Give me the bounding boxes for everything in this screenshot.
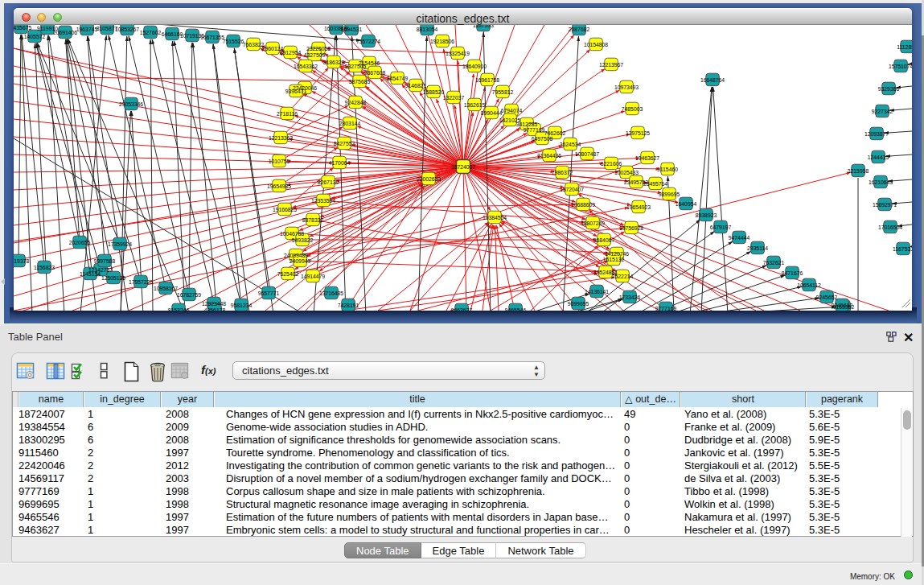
svg-text:9465546: 9465546 <box>505 307 527 311</box>
svg-text:9657771: 9657771 <box>258 290 280 296</box>
svg-text:12213363: 12213363 <box>269 135 293 141</box>
svg-text:2087682: 2087682 <box>569 27 590 32</box>
svg-text:5875685: 5875685 <box>349 79 371 84</box>
svg-text:13975125: 13975125 <box>626 130 650 136</box>
svg-text:9581234: 9581234 <box>231 303 253 308</box>
svg-text:7428191: 7428191 <box>338 303 359 308</box>
svg-text:6497508: 6497508 <box>532 136 553 142</box>
svg-text:19166825: 19166825 <box>273 207 297 212</box>
svg-text:18640910: 18640910 <box>462 64 487 69</box>
svg-text:9245612: 9245612 <box>832 303 853 308</box>
svg-text:1733426: 1733426 <box>619 295 641 300</box>
svg-text:2154546: 2154546 <box>359 60 380 66</box>
svg-text:1244415: 1244415 <box>868 154 889 160</box>
svg-text:9463627: 9463627 <box>451 307 473 311</box>
svg-text:9694531: 9694531 <box>341 27 363 32</box>
svg-text:8186328: 8186328 <box>323 60 345 65</box>
svg-text:4327509: 4327509 <box>304 52 326 58</box>
svg-text:9997588: 9997588 <box>94 258 116 264</box>
svg-text:10807487: 10807487 <box>575 151 599 157</box>
svg-text:29053346: 29053346 <box>119 101 143 107</box>
svg-text:10154808: 10154808 <box>584 42 608 47</box>
svg-text:8990444: 8990444 <box>481 110 503 116</box>
svg-text:1963745: 1963745 <box>76 27 98 32</box>
svg-text:24099489: 24099489 <box>284 253 308 258</box>
svg-text:10853267: 10853267 <box>115 27 139 32</box>
svg-text:2367608: 2367608 <box>364 70 386 76</box>
svg-text:1010755: 1010755 <box>269 159 290 164</box>
svg-text:1156823: 1156823 <box>34 265 55 270</box>
svg-text:12923448: 12923448 <box>202 301 226 307</box>
svg-text:1640954: 1640954 <box>676 201 697 207</box>
svg-text:1527602: 1527602 <box>140 30 162 35</box>
svg-text:12213967: 12213967 <box>599 62 623 68</box>
svg-text:1362615: 1362615 <box>464 102 486 108</box>
svg-text:16543362: 16543362 <box>294 64 318 69</box>
svg-text:8153246: 8153246 <box>168 307 190 311</box>
svg-text:17016504: 17016504 <box>878 225 902 230</box>
svg-text:16210643: 16210643 <box>869 179 893 185</box>
svg-text:14136141: 14136141 <box>585 289 609 295</box>
svg-text:7632621: 7632621 <box>763 260 785 266</box>
svg-text:14914479: 14914479 <box>301 274 325 279</box>
svg-text:1145154: 1145154 <box>80 271 101 277</box>
svg-text:2020655: 2020655 <box>69 240 91 245</box>
svg-text:1167533: 1167533 <box>893 246 912 252</box>
svg-text:3319378: 3319378 <box>14 258 29 264</box>
svg-text:10973493: 10973493 <box>614 84 639 90</box>
svg-text:21364436: 21364436 <box>537 153 561 159</box>
svg-text:3215958: 3215958 <box>848 168 869 174</box>
svg-text:9245652: 9245652 <box>816 295 838 300</box>
svg-text:9242848: 9242848 <box>345 100 367 105</box>
svg-text:6221606: 6221606 <box>601 161 622 167</box>
svg-text:8427552: 8427552 <box>334 141 355 146</box>
svg-text:6794074: 6794074 <box>501 108 523 113</box>
svg-text:8878332: 8878332 <box>302 217 324 223</box>
svg-text:8471676: 8471676 <box>782 270 803 276</box>
svg-text:9329366: 9329366 <box>878 86 900 92</box>
svg-text:9227342: 9227342 <box>872 109 893 114</box>
svg-text:23002633: 23002633 <box>417 176 441 182</box>
svg-text:10688609: 10688609 <box>571 202 595 208</box>
svg-text:18724007: 18724007 <box>451 164 475 170</box>
svg-text:9146821: 9146821 <box>405 83 427 89</box>
svg-text:7485003: 7485003 <box>622 106 643 112</box>
svg-text:19654985: 19654985 <box>267 183 291 189</box>
svg-text:16782759: 16782759 <box>177 292 201 298</box>
svg-text:5493822: 5493822 <box>292 237 314 243</box>
svg-text:9899695: 9899695 <box>659 192 680 197</box>
svg-text:19463627: 19463627 <box>635 155 659 161</box>
svg-text:2522214: 2522214 <box>612 274 634 279</box>
svg-text:3412285: 3412285 <box>516 122 538 127</box>
svg-text:1615132: 1615132 <box>603 257 625 262</box>
svg-text:16671355: 16671355 <box>200 35 224 40</box>
svg-text:9396471: 9396471 <box>285 89 307 94</box>
svg-text:18807249: 18807249 <box>581 220 605 226</box>
svg-text:8813054: 8813054 <box>417 27 438 32</box>
svg-text:8938923: 8938923 <box>696 212 717 218</box>
svg-text:2935114: 2935114 <box>747 245 768 251</box>
svg-text:9699695: 9699695 <box>568 301 589 307</box>
svg-text:9474444: 9474444 <box>729 235 750 241</box>
svg-text:20691406: 20691406 <box>53 30 77 35</box>
svg-text:12353594: 12353594 <box>311 198 335 204</box>
svg-text:15720407: 15720407 <box>560 187 584 192</box>
svg-text:19756928: 19756928 <box>619 225 643 231</box>
svg-text:17957225: 17957225 <box>129 279 153 285</box>
svg-text:7625402: 7625402 <box>277 271 299 277</box>
svg-text:12093877: 12093877 <box>864 131 889 137</box>
svg-text:2435675: 2435675 <box>14 25 31 31</box>
svg-text:15751074: 15751074 <box>889 64 912 69</box>
svg-text:10654112: 10654112 <box>797 282 821 288</box>
svg-text:16648764: 16648764 <box>700 77 725 83</box>
svg-text:10958167: 10958167 <box>154 286 178 291</box>
svg-text:4356178: 4356178 <box>204 307 226 311</box>
svg-text:23226058: 23226058 <box>306 46 331 51</box>
svg-text:10025433: 10025433 <box>614 170 639 175</box>
svg-text:9115460: 9115460 <box>657 167 678 172</box>
svg-text:8267130: 8267130 <box>318 179 339 185</box>
svg-text:1588520: 1588520 <box>423 89 445 95</box>
svg-text:6479197: 6479197 <box>710 225 732 230</box>
svg-text:16961758: 16961758 <box>475 77 499 83</box>
svg-text:13716485: 13716485 <box>319 290 343 296</box>
